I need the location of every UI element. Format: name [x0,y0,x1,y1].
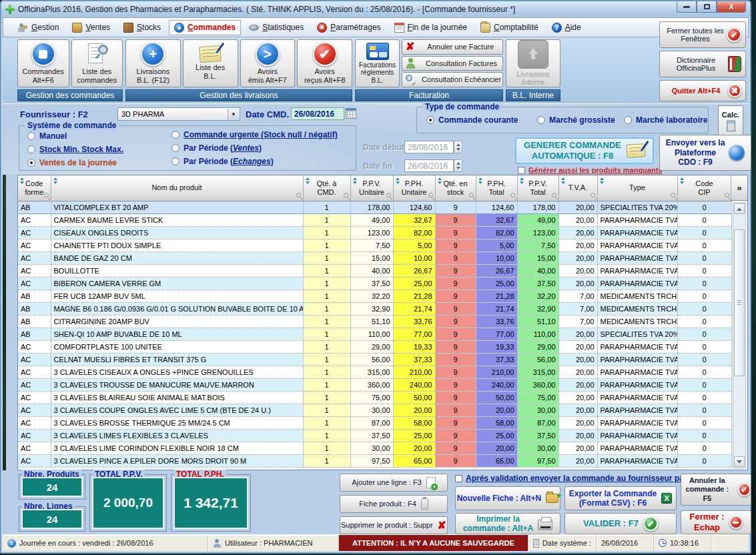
column-header-code-forme[interactable]: Code forme [18,175,51,201]
cell-code-cip[interactable]: 0 [677,251,731,264]
cell-qte-a-cmd[interactable]: 1 [303,378,350,391]
cell-type[interactable]: PARAPHARMACIE TVA [597,353,677,366]
avoirs-emis-button[interactable]: >Avoirs émis Alt+F7 [240,39,296,87]
menu-stocks[interactable]: Stocks [118,20,166,35]
cell-qte-a-cmd[interactable]: 1 [303,239,350,251]
consultation-factures-button[interactable]: Consultation Factures [402,56,503,71]
cell-type[interactable]: PARAPHARMACIE TVA [597,226,677,239]
fournisseur-select[interactable]: 3D PHARMA▼ [117,107,240,121]
cell-code-forme[interactable]: AC [18,239,51,251]
cell-qte-a-cmd[interactable]: 1 [303,213,350,226]
cell-pph-total[interactable]: 25,00 [476,277,517,290]
table-row[interactable]: AC3 CLAVELES COUPE ONGLES AVEC LIME 5 CM… [18,404,731,416]
cell-ppv-unitaire[interactable]: 32,90 [350,302,393,315]
calendar-picker-icon[interactable] [346,108,356,119]
column-header-type[interactable]: Type [597,175,677,201]
cell-type[interactable]: PARAPHARMACIE TVA [597,340,677,353]
cell-type[interactable]: SPECIALITES TVA 20% [597,201,677,213]
column-header-ppv-total[interactable]: P.P.V. Total [517,175,558,201]
cell-qte-en-stock[interactable]: 9 [435,290,476,302]
cell-code-cip[interactable]: 0 [677,391,731,404]
cell-ppv-unitaire[interactable]: 37,50 [350,429,393,442]
cell-code-forme[interactable]: AC [18,353,51,366]
cell-code-forme[interactable]: AB [18,328,51,340]
cell-ppv-unitaire[interactable]: 30,00 [350,404,393,416]
radio-marche-grossiste[interactable]: Marché grossiste [537,115,615,125]
cell-pph-unitaire[interactable]: 65,00 [393,454,435,467]
avoirs-recus-button[interactable]: ✔Avoirs reçus Alt+F8 [297,39,352,87]
cell-qte-a-cmd[interactable]: 1 [303,391,350,404]
table-row[interactable]: AC3 CLAVELES TROUSSE DE MANUCURE MAUVE.M… [18,378,731,391]
cell-pph-unitaire[interactable]: 20,00 [393,442,435,454]
title-bar[interactable]: OfficinaPlus 2016, Gestion des Pharmacie… [1,1,750,17]
cell-nom-du-produit[interactable]: BOUILLOTTE [51,264,303,277]
cell-code-forme[interactable]: AC [18,277,51,290]
cell-qte-en-stock[interactable]: 9 [435,366,476,378]
cell-pph-unitaire[interactable]: 50,00 [393,391,435,404]
cell-pph-unitaire[interactable]: 240,00 [393,378,435,391]
cell-qte-a-cmd[interactable]: 1 [303,315,350,328]
cell-ppv-unitaire[interactable]: 178,00 [350,201,393,213]
cell-tva[interactable]: 20,00 [558,340,597,353]
cell-pph-unitaire[interactable]: 37,33 [393,353,435,366]
liste-commandes-button[interactable]: Liste des commandes [71,39,123,87]
cell-qte-en-stock[interactable]: 9 [435,429,476,442]
table-row[interactable]: ACBOUILLOTTE140,0026,67926,6740,0020,00P… [18,264,731,277]
cell-qte-en-stock[interactable]: 9 [435,416,476,429]
cell-ppv-total[interactable]: 15,00 [517,251,558,264]
cell-qte-en-stock[interactable]: 9 [435,442,476,454]
cell-qte-en-stock[interactable]: 9 [435,328,476,340]
nouvelle-fiche-button[interactable]: Nouvelle Fiche : Alt+N+ [455,486,560,510]
cell-type[interactable]: PARAPHARMACIE TVA [597,442,677,454]
fiche-produit-button[interactable]: Fiche produit : F4 [340,495,448,513]
cell-ppv-total[interactable]: 30,00 [517,404,558,416]
commandes-button[interactable]: Commandes Alt+F6 [17,39,69,87]
cell-ppv-unitaire[interactable]: 29,00 [350,340,393,353]
cell-ppv-total[interactable]: 32,20 [517,290,558,302]
cell-nom-du-produit[interactable]: 3 CLAVELES PINCE A EPILER DORE MORS DROI… [51,454,303,467]
cell-qte-a-cmd[interactable]: 1 [303,454,350,467]
cell-ppv-unitaire[interactable]: 87,00 [350,416,393,429]
cell-ppv-total[interactable]: 40,00 [517,264,558,277]
table-row[interactable]: ABMAGNE B6 0.186 G/0.0936 G/0.01 G SOLUT… [18,302,731,315]
cell-pph-unitaire[interactable]: 20,00 [393,404,435,416]
cell-nom-du-produit[interactable]: 3 CLAVELES LIME CORINDON FLEXIBLE NOIR 1… [51,442,303,454]
cell-ppv-total[interactable]: 97,50 [517,454,558,467]
cell-ppv-total[interactable]: 75,00 [517,391,558,404]
cell-qte-a-cmd[interactable]: 1 [303,277,350,290]
cell-pph-total[interactable]: 20,00 [476,442,517,454]
cell-pph-unitaire[interactable]: 21,28 [393,290,435,302]
cell-code-cip[interactable]: 0 [677,416,731,429]
cell-type[interactable]: PARAPHARMACIE TVA [597,213,677,226]
cell-qte-en-stock[interactable]: 9 [435,454,476,467]
cell-type[interactable]: PARAPHARMACIE TVA [597,429,677,442]
cell-nom-du-produit[interactable]: 3 CLAVELES TROUSSE DE MANUCURE MAUVE.MAR… [51,378,303,391]
cell-pph-unitaire[interactable]: 58,00 [393,416,435,429]
cell-code-cip[interactable]: 0 [677,201,731,213]
cell-ppv-unitaire[interactable]: 51,10 [350,315,393,328]
table-row[interactable]: AC3 CLAVELES BROSSE THERMIQUE 25 MM/24.5… [18,416,731,429]
cell-type[interactable]: PARAPHARMACIE TVA [597,366,677,378]
cell-type[interactable]: SPECIALITES TVA 20% [597,328,677,340]
table-row[interactable]: AC3 CLAVELES BLAIREAU SOIE ANIMALE MAT.B… [18,391,731,404]
cell-tva[interactable]: 20,00 [558,366,597,378]
cell-qte-en-stock[interactable]: 9 [435,378,476,391]
cell-type[interactable]: PARAPHARMACIE TVA [597,239,677,251]
cell-qte-a-cmd[interactable]: 1 [303,404,350,416]
radio-commande-courante[interactable]: Commande courante [426,115,518,125]
menu-commandes[interactable]: ●Commandes [169,20,241,35]
cell-pph-unitaire[interactable]: 32,67 [393,213,435,226]
cell-tva[interactable]: 20,00 [558,226,597,239]
cell-ppv-total[interactable]: 37,50 [517,429,558,442]
cell-code-forme[interactable]: AC [18,213,51,226]
cell-nom-du-produit[interactable]: CISEAUX ONGLES DROITS [51,226,303,239]
cell-type[interactable]: MEDICAMENTS TRCHE [597,290,677,302]
cell-type[interactable]: PARAPHARMACIE TVA [597,264,677,277]
cell-tva[interactable]: 7,00 [558,315,597,328]
cell-code-cip[interactable]: 0 [677,226,731,239]
cell-type[interactable]: PARAPHARMACIE TVA [597,404,677,416]
cell-qte-en-stock[interactable]: 9 [435,353,476,366]
cell-code-cip[interactable]: 0 [677,239,731,251]
cell-qte-a-cmd[interactable]: 1 [303,442,350,454]
cell-nom-du-produit[interactable]: MAGNE B6 0.186 G/0.0936 G/0.01 G SOLUTIO… [51,302,303,315]
